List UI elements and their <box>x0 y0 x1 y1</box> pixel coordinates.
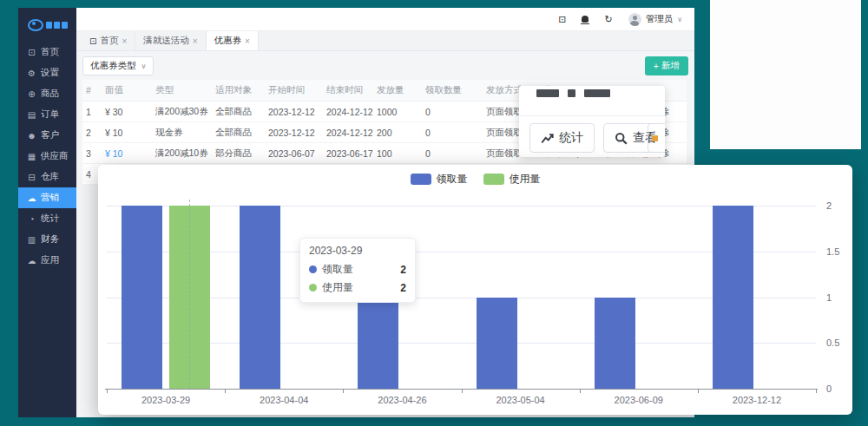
refresh-icon[interactable]: ↻ <box>604 15 612 24</box>
avatar <box>628 13 641 26</box>
sidebar-item-9[interactable]: ◔统计 <box>18 208 76 229</box>
tab-3[interactable]: 优惠券× <box>207 31 259 50</box>
x-axis-tick <box>580 389 581 393</box>
coupon-value-link[interactable]: ¥ 10 <box>102 143 152 164</box>
user-menu[interactable]: 管理员 ∨ <box>628 13 682 26</box>
coupon-type-filter[interactable]: 优惠券类型 ∨ <box>82 56 154 75</box>
x-axis-tick <box>225 389 226 393</box>
tab-bar: ⊡首页×满就送活动×优惠券× <box>76 31 694 51</box>
chevron-down-icon: ∨ <box>677 16 682 23</box>
y-axis-tick-label: 1 <box>826 292 832 303</box>
bar-领取量-2023-03-29[interactable] <box>122 206 162 389</box>
table-cell: 全部商品 <box>212 102 265 122</box>
popup-divider <box>519 115 665 116</box>
y-axis-tick-label: 0 <box>826 383 832 394</box>
suppliers-icon: ▦ <box>27 152 36 161</box>
table-cell: 0 <box>422 143 483 164</box>
settings-icon: ⚙ <box>27 69 36 78</box>
tab-2[interactable]: 满就送活动× <box>135 31 206 50</box>
table-cell: 0 <box>422 122 483 143</box>
axis-pointer-line <box>189 200 190 389</box>
sidebar-item-5[interactable]: ☻客户 <box>18 125 76 146</box>
table-cell: 部分商品 <box>212 143 265 164</box>
tooltip-date: 2023-03-29 <box>309 245 406 257</box>
x-axis-label: 2023-12-12 <box>698 395 816 405</box>
legend-swatch <box>411 174 431 185</box>
table-cell: 现金券 <box>152 122 212 143</box>
sidebar-item-2[interactable]: ⚙设置 <box>18 62 76 83</box>
column-header: 开始时间 <box>265 80 323 102</box>
popup-chart-line-button[interactable]: 统计 <box>529 123 595 153</box>
legend-item[interactable]: 使用量 <box>483 172 541 187</box>
add-label: 新增 <box>661 60 680 72</box>
sidebar-item-label: 商品 <box>41 88 59 100</box>
x-axis-tick <box>107 389 108 393</box>
tooltip-row: 领取量2 <box>309 262 406 277</box>
logo-text <box>46 22 68 29</box>
tooltip-series-name: 使用量 <box>322 280 353 295</box>
table-cell: ¥ 30 <box>102 102 152 122</box>
cropped-edit-button[interactable] <box>648 123 665 153</box>
stats-icon: ◔ <box>27 214 36 224</box>
sidebar-item-6[interactable]: ▦供应商 <box>18 146 76 167</box>
chevron-down-icon: ∨ <box>141 62 147 70</box>
tab-label: 满就送活动 <box>143 35 189 47</box>
chart-tooltip: 2023-03-29领取量2使用量2 <box>299 238 416 303</box>
sidebar-item-label: 统计 <box>41 213 59 225</box>
sidebar-item-label: 供应商 <box>41 150 69 162</box>
marketing-icon: ☁ <box>27 193 36 203</box>
x-axis-label: 2023-04-26 <box>343 395 461 405</box>
sidebar-item-8[interactable]: ☁营销 <box>18 187 76 208</box>
column-header: 面值 <box>102 80 152 102</box>
x-axis-tick <box>462 389 463 393</box>
column-header: 类型 <box>152 80 212 102</box>
sidebar-item-label: 订单 <box>41 108 59 121</box>
sidebar-item-10[interactable]: ▥财务 <box>18 229 76 250</box>
legend-label: 使用量 <box>510 172 541 187</box>
legend-item[interactable]: 领取量 <box>411 172 468 187</box>
tab-1[interactable]: ⊡首页× <box>82 31 135 50</box>
cropped-text-fragment <box>536 89 610 97</box>
gridline <box>107 298 816 298</box>
plus-icon: + <box>654 61 659 71</box>
x-axis-tick <box>343 389 344 393</box>
table-cell: 0 <box>422 102 483 122</box>
sidebar-item-7[interactable]: ⊟仓库 <box>18 167 76 187</box>
sidebar-item-label: 仓库 <box>41 171 59 183</box>
close-icon[interactable]: × <box>122 36 127 46</box>
table-cell: ¥ 10 <box>102 122 152 143</box>
column-header: 发放量 <box>373 80 422 102</box>
close-icon[interactable]: × <box>193 36 198 46</box>
x-axis-tick <box>698 389 699 393</box>
x-axis-label: 2023-06-09 <box>580 395 698 405</box>
bar-领取量-2023-06-09[interactable] <box>595 298 635 390</box>
screenshot-canvas: ⊡首页⚙设置⊕商品▤订单☻客户▦供应商⊟仓库☁营销◔统计▥财务☁应用 ⊡ ↻ 管… <box>0 0 868 426</box>
sidebar-item-1[interactable]: ⊡首页 <box>18 42 76 62</box>
close-icon[interactable]: × <box>245 36 250 46</box>
x-axis-tick <box>816 389 817 393</box>
logo-icon <box>28 19 43 31</box>
add-button[interactable]: +新增 <box>645 56 688 75</box>
bell-icon[interactable] <box>582 16 589 23</box>
toolbar: 优惠券类型 ∨ +新增 <box>82 56 688 80</box>
sidebar-item-4[interactable]: ▤订单 <box>18 104 76 125</box>
apps-icon: ☁ <box>27 256 36 265</box>
bar-领取量-2023-04-26[interactable] <box>358 298 398 390</box>
actions-popup: 统计查看 <box>519 86 665 157</box>
x-axis-label: 2023-05-04 <box>462 395 580 405</box>
sidebar-item-3[interactable]: ⊕商品 <box>18 83 76 104</box>
user-label: 管理员 <box>646 13 674 25</box>
gridline <box>107 252 816 252</box>
tooltip-series-name: 领取量 <box>322 262 353 277</box>
sidebar-item-label: 应用 <box>41 254 59 266</box>
bar-领取量-2023-04-04[interactable] <box>240 206 280 389</box>
fullscreen-icon[interactable]: ⊡ <box>558 15 566 24</box>
table-cell: 2023-06-17 <box>323 143 373 164</box>
app-logo[interactable] <box>18 8 76 42</box>
series-dot-icon <box>309 265 317 273</box>
bar-领取量-2023-05-04[interactable] <box>477 298 517 390</box>
bar-领取量-2023-12-12[interactable] <box>713 206 753 389</box>
sidebar-item-11[interactable]: ☁应用 <box>18 250 76 271</box>
column-header: 领取数量 <box>422 80 483 102</box>
tooltip-value: 2 <box>400 264 406 276</box>
